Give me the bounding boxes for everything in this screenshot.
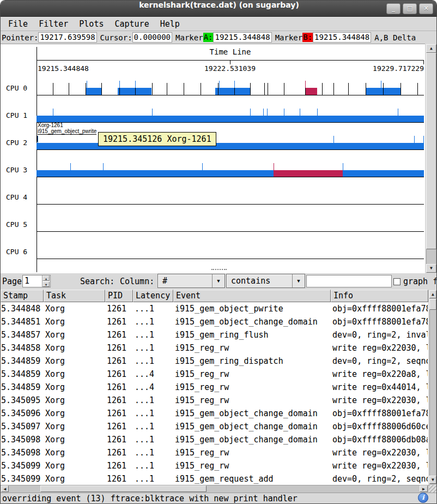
column-select[interactable]: # ▼ [157,274,225,288]
marker-a-key[interactable]: A: [203,33,214,42]
graph-vertical-scrollbar[interactable]: ▲ ▼ [425,44,437,273]
pane-splitter-handle[interactable] [211,269,227,272]
cell-pid: 1261 [107,302,132,315]
cell-info: obj=0xffff88001efa780 [332,407,428,420]
cell-latency: ...1 [135,355,173,368]
table-row[interactable]: 5.344859Xorg1261...4i915_reg_rwwrite reg… [1,381,429,394]
table-row[interactable]: 5.345099Xorg1261...1i915_gem_request_add… [1,472,429,485]
scrollbar-thumb[interactable] [40,485,207,492]
cell-stamp: 5.344848 [1,302,43,315]
scrollbar-thumb[interactable] [429,299,436,310]
table-row[interactable]: 5.344858Xorg1261...1i915_reg_rwwrite reg… [1,341,429,355]
table-row[interactable]: 5.344851Xorg1261...1i915_gem_object_chan… [1,315,429,328]
task-event-tick [38,136,38,143]
column-header-pid[interactable]: PID [105,290,133,302]
scrollbar-track[interactable] [429,290,436,484]
cell-event: i915_gem_object_change_domain [175,420,330,433]
cursor-value: 0.000000 [132,32,172,43]
task-bar [37,116,424,122]
table-row[interactable]: 5.344859Xorg1261...1i915_gem_ring_dispat… [1,355,429,368]
menu-item-plots[interactable]: Plots [75,18,107,30]
cell-pid: 1261 [107,368,132,381]
title-bar[interactable]: kernelshark(trace.dat) (on sugarbay) _ □… [1,1,437,17]
minimize-button[interactable]: _ [386,3,400,14]
task-event-tick [343,163,343,170]
task-segment [86,88,102,95]
match-select[interactable]: contains ▼ [226,274,305,288]
marker-b-label: Marker [275,33,303,42]
event-tick [264,83,265,95]
table-row[interactable]: 5.345096Xorg1261...1i915_gem_object_chan… [1,407,429,420]
task-bar [37,170,424,177]
menu-item-capture[interactable]: Capture [111,18,153,30]
cell-event: i915_reg_rw [175,368,330,381]
table-row[interactable]: 5.344859Xorg1261...4i915_reg_rwwrite reg… [1,368,429,381]
table-row[interactable]: 5.344857Xorg1261...1i915_gem_ring_flushd… [1,328,429,341]
cell-pid: 1261 [107,407,132,420]
graph-follows-checkbox[interactable] [393,278,400,285]
search-input[interactable] [306,275,392,287]
table-row[interactable]: 5.344848Xorg1261...1i915_gem_object_pwri… [1,302,429,315]
cell-task: Xorg [45,407,105,420]
scroll-right-icon[interactable]: ▶ [420,485,428,492]
column-header-task[interactable]: Task [44,290,105,302]
column-header-info[interactable]: Info [331,290,428,302]
kernelshark-window: kernelshark(trace.dat) (on sugarbay) _ □… [0,0,437,504]
event-tick [53,83,53,95]
ab-delta-label: A,B Delta [374,33,416,42]
hover-event-name: i915_gem_object_pwrite [38,128,96,135]
hot-event-tick [274,163,274,170]
task-event-tick [381,81,381,88]
cell-info: write reg=0x220a8, le [332,368,428,381]
cell-pid: 1261 [107,355,132,368]
spin-up-icon[interactable]: ▲ [43,275,50,281]
task-event-tick [263,109,264,116]
event-tick [69,83,69,95]
column-header-stamp[interactable]: Stamp [1,290,44,302]
task-event-tick [234,81,235,88]
cell-event: i915_reg_rw [175,446,330,459]
timeline-graph-canvas[interactable]: Time Line 19215.344848 19222.531039 1922… [1,44,425,273]
match-select-value: contains [231,274,270,287]
cpu-label: CPU 0 [6,84,35,92]
table-row[interactable]: 5.345098Xorg1261...1i915_gem_object_chan… [1,433,429,446]
table-row[interactable]: 5.345099Xorg1261...1i915_reg_rwwrite reg… [1,459,429,472]
task-bar [37,143,424,149]
scroll-down-icon[interactable]: ▼ [426,264,436,273]
page-spinner[interactable]: 1 ▲ ▼ [22,275,51,287]
hover-task-name: Xorg-1261 [38,122,63,128]
cpu-label: CPU 2 [6,139,35,147]
menu-item-help[interactable]: Help [156,18,184,30]
spin-down-icon[interactable]: ▼ [43,281,50,287]
info-icon[interactable]: i [418,493,428,503]
table-row[interactable]: 5.345095Xorg1261...1i915_reg_rwwrite reg… [1,394,429,407]
table-horizontal-scrollbar[interactable]: ◀ ▶ [1,485,429,493]
chevron-down-icon[interactable]: ▼ [212,274,224,287]
maximize-button[interactable]: □ [403,3,417,14]
axis-label-mid: 19222.531039 [204,64,256,73]
event-tick [417,83,418,95]
lane-baseline [37,177,424,177]
cell-stamp: 5.345098 [1,433,43,446]
menu-item-file[interactable]: File [4,18,32,30]
scroll-up-icon[interactable]: ▲ [426,44,436,53]
scroll-up-icon[interactable]: ▲ [429,290,436,298]
cell-task: Xorg [45,446,105,459]
close-button[interactable]: ✕ [419,3,433,14]
column-header-event[interactable]: Event [173,290,331,302]
marker-info-bar: Pointer: 19217.639598 Cursor: 0.000000 M… [1,31,437,44]
table-row[interactable]: 5.345097Xorg1261...1i915_gem_object_chan… [1,420,429,433]
cell-latency: ...1 [135,394,173,407]
scroll-down-icon[interactable]: ▼ [429,476,436,484]
cell-task: Xorg [45,394,105,407]
table-row[interactable]: 5.345098Xorg1261...1i915_reg_rwwrite reg… [1,446,429,459]
column-header-latency[interactable]: Latency [133,290,173,302]
table-vertical-scrollbar[interactable]: ▲ ▼ [428,290,437,485]
scrollbar-thumb[interactable] [426,53,436,249]
cell-latency: ...4 [135,381,173,394]
menu-item-filter[interactable]: Filter [35,18,72,30]
scroll-left-icon[interactable]: ◀ [1,485,9,492]
marker-b-key[interactable]: B: [302,33,313,42]
task-event-tick [300,109,300,116]
chevron-down-icon[interactable]: ▼ [292,274,305,287]
